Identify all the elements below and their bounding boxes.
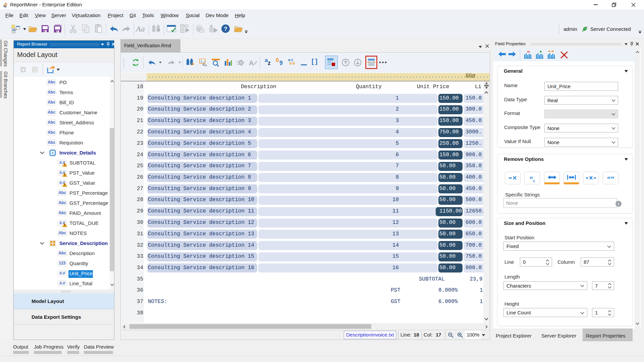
svg-text:?: ? [224,26,227,32]
svg-text:A: A [249,59,254,67]
